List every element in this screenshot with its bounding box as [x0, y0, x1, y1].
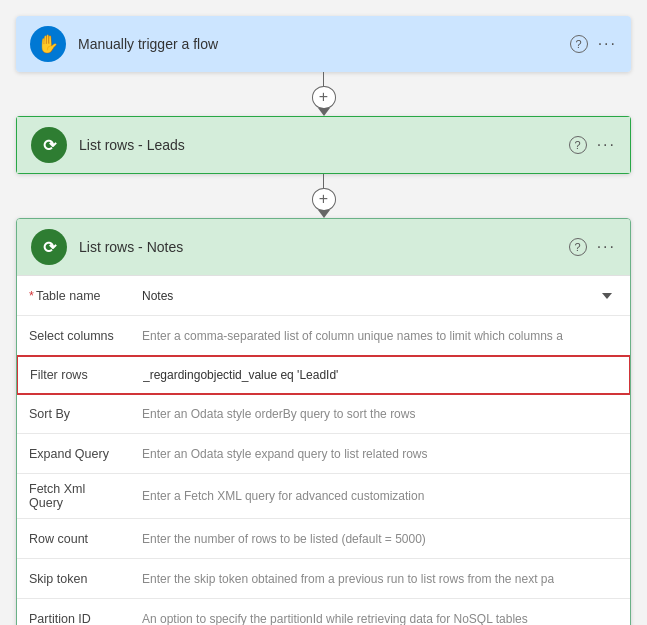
form-label-0: *Table name — [17, 281, 132, 311]
leads-title: List rows - Leads — [79, 137, 557, 153]
leads-actions: ? ··· — [569, 136, 616, 154]
dropdown-chevron-icon[interactable] — [602, 293, 612, 299]
form-input-6[interactable]: Enter the number of rows to be listed (d… — [132, 524, 630, 554]
leads-card: ⟳ List rows - Leads ? ··· — [16, 116, 631, 174]
manual-trigger-icon-circle: ✋ — [30, 26, 66, 62]
manual-trigger-title: Manually trigger a flow — [78, 36, 558, 52]
form-row-sort-by: Sort ByEnter an Odata style orderBy quer… — [17, 394, 630, 434]
manual-trigger-header: ✋ Manually trigger a flow ? ··· — [16, 16, 631, 72]
form-label-5: Fetch Xml Query — [17, 474, 132, 518]
form-input-4[interactable]: Enter an Odata style expand query to lis… — [132, 439, 630, 469]
form-row-fetch-xml-query: Fetch Xml QueryEnter a Fetch XML query f… — [17, 474, 630, 519]
form-placeholder-8: An option to specify the partitionId whi… — [142, 612, 528, 626]
connector-arrow-2 — [318, 210, 330, 218]
form-placeholder-4: Enter an Odata style expand query to lis… — [142, 447, 428, 461]
required-star: * — [29, 289, 34, 303]
form-label-7: Skip token — [17, 564, 132, 594]
notes-header: ⟳ List rows - Notes ? ··· — [17, 219, 630, 275]
form-label-3: Sort By — [17, 399, 132, 429]
notes-swirl-icon: ⟳ — [43, 238, 56, 257]
form-input-5[interactable]: Enter a Fetch XML query for advanced cus… — [132, 481, 630, 511]
manual-trigger-more-icon[interactable]: ··· — [598, 35, 617, 53]
form-row-skip-token: Skip tokenEnter the skip token obtained … — [17, 559, 630, 599]
connector-line-top-2 — [323, 174, 325, 188]
notes-actions: ? ··· — [569, 238, 616, 256]
notes-icon-circle: ⟳ — [31, 229, 67, 265]
leads-header: ⟳ List rows - Leads ? ··· — [16, 116, 631, 174]
form-value-2: _regardingobjectid_value eq 'LeadId' — [143, 368, 338, 382]
form-input-1[interactable]: Enter a comma-separated list of column u… — [132, 321, 630, 351]
manual-trigger-help-icon[interactable]: ? — [570, 35, 588, 53]
form-input-3[interactable]: Enter an Odata style orderBy query to so… — [132, 399, 630, 429]
connector-1: + — [312, 72, 336, 116]
form-placeholder-1: Enter a comma-separated list of column u… — [142, 329, 563, 343]
form-input-2[interactable]: _regardingobjectid_value eq 'LeadId' — [133, 360, 629, 390]
form-label-2: Filter rows — [18, 360, 133, 390]
notes-form: *Table nameNotesSelect columnsEnter a co… — [17, 275, 630, 625]
form-label-8: Partition ID — [17, 604, 132, 626]
form-label-4: Expand Query — [17, 439, 132, 469]
connector-2: + — [312, 174, 336, 218]
form-row-filter-rows: Filter rows_regardingobjectid_value eq '… — [16, 355, 631, 395]
form-input-8[interactable]: An option to specify the partitionId whi… — [132, 604, 630, 626]
connector-arrow-1 — [318, 108, 330, 116]
form-row-partition-id: Partition IDAn option to specify the par… — [17, 599, 630, 625]
manual-trigger-card: ✋ Manually trigger a flow ? ··· — [16, 16, 631, 72]
form-placeholder-7: Enter the skip token obtained from a pre… — [142, 572, 554, 586]
form-placeholder-3: Enter an Odata style orderBy query to so… — [142, 407, 415, 421]
form-label-6: Row count — [17, 524, 132, 554]
manual-trigger-actions: ? ··· — [570, 35, 617, 53]
form-row-select-columns: Select columnsEnter a comma-separated li… — [17, 316, 630, 356]
form-placeholder-6: Enter the number of rows to be listed (d… — [142, 532, 426, 546]
notes-more-icon[interactable]: ··· — [597, 238, 616, 256]
leads-more-icon[interactable]: ··· — [597, 136, 616, 154]
notes-title: List rows - Notes — [79, 239, 557, 255]
form-value-0: Notes — [142, 289, 173, 303]
notes-help-icon[interactable]: ? — [569, 238, 587, 256]
form-label-1: Select columns — [17, 321, 132, 351]
connector-plus-2[interactable]: + — [312, 188, 336, 211]
connector-plus-1[interactable]: + — [312, 86, 336, 109]
hand-icon: ✋ — [37, 33, 59, 55]
form-row-table-name: *Table nameNotes — [17, 276, 630, 316]
flow-container: ✋ Manually trigger a flow ? ··· + ⟳ List… — [16, 16, 631, 625]
form-row-expand-query: Expand QueryEnter an Odata style expand … — [17, 434, 630, 474]
form-placeholder-5: Enter a Fetch XML query for advanced cus… — [142, 489, 424, 503]
form-input-0[interactable]: Notes — [132, 281, 630, 311]
form-row-row-count: Row countEnter the number of rows to be … — [17, 519, 630, 559]
leads-help-icon[interactable]: ? — [569, 136, 587, 154]
notes-card: ⟳ List rows - Notes ? ··· *Table nameNot… — [16, 218, 631, 625]
leads-swirl-icon: ⟳ — [43, 136, 56, 155]
connector-line-top-1 — [323, 72, 325, 86]
leads-icon-circle: ⟳ — [31, 127, 67, 163]
form-input-7[interactable]: Enter the skip token obtained from a pre… — [132, 564, 630, 594]
